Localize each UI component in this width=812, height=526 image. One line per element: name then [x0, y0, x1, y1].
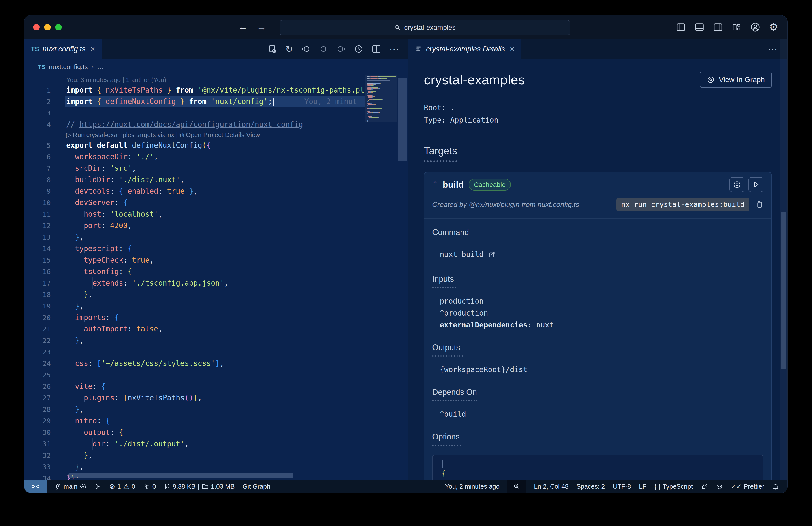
- run-target-button[interactable]: [749, 177, 764, 192]
- prettier-item[interactable]: ✓✓Prettier: [731, 483, 764, 490]
- build-target-card: ⌃ build Cacheable Created by @nx/nuxt/pl…: [424, 172, 772, 480]
- view-in-graph-button[interactable]: View In Graph: [700, 72, 772, 88]
- git-graph-item[interactable]: Git Graph: [243, 483, 271, 490]
- code-line[interactable]: 4// https://nuxt.com/docs/api/configurat…: [24, 119, 408, 130]
- code-line[interactable]: 23: [24, 346, 408, 358]
- code-line[interactable]: 27 plugins: [nxViteTsPaths()],: [24, 392, 408, 404]
- code-line[interactable]: 7 srcDir: 'src',: [24, 162, 408, 174]
- command-center-search[interactable]: crystal-examples: [279, 20, 570, 35]
- settings-gear-icon[interactable]: ⚙: [769, 22, 779, 32]
- code-line[interactable]: 25: [24, 369, 408, 381]
- code-line[interactable]: 32 },: [24, 450, 408, 461]
- editor-more-actions-icon[interactable]: ⋯: [389, 43, 399, 55]
- code-line[interactable]: 12 port: 4200,: [24, 220, 408, 231]
- close-tab-icon[interactable]: ×: [90, 44, 95, 54]
- file-size-item[interactable]: 9.88 KB | 1.03 MB: [164, 483, 235, 490]
- code-line[interactable]: 26 vite: {: [24, 381, 408, 392]
- panel-scrollbar-thumb[interactable]: [781, 212, 786, 369]
- code-line[interactable]: 13 },: [24, 231, 408, 243]
- account-icon[interactable]: [750, 22, 760, 32]
- history-back-button[interactable]: ←: [236, 20, 249, 33]
- zoom-status-item[interactable]: [508, 480, 526, 493]
- code-line[interactable]: 22 },: [24, 335, 408, 346]
- indentation-item[interactable]: Spaces: 2: [576, 483, 605, 490]
- breadcrumb-symbol[interactable]: …: [97, 63, 104, 71]
- code-line[interactable]: 18 },: [24, 289, 408, 300]
- code-line[interactable]: 30 output: {: [24, 427, 408, 438]
- blame-item[interactable]: You, 2 minutes ago: [437, 483, 499, 490]
- details-tabstrip: crystal-examples Details × ⋯: [408, 39, 787, 59]
- open-changes-icon[interactable]: [267, 44, 277, 54]
- code-line[interactable]: 1import { nxViteTsPaths } from '@nx/vite…: [24, 84, 408, 96]
- horizontal-scrollbar-thumb[interactable]: [68, 473, 293, 478]
- run-command-chip[interactable]: nx run crystal-examples:build: [616, 198, 749, 211]
- code-line[interactable]: 15 typeCheck: true,: [24, 254, 408, 266]
- code-line[interactable]: 14 typescript: {: [24, 243, 408, 254]
- split-editor-icon[interactable]: [372, 44, 381, 54]
- code-line[interactable]: 3: [24, 107, 408, 119]
- source-control-graph-item[interactable]: [95, 483, 101, 490]
- code-line[interactable]: 10 devServer: {: [24, 197, 408, 209]
- squirrel-extension-item[interactable]: [701, 483, 708, 490]
- tab-project-details[interactable]: crystal-examples Details ×: [408, 39, 521, 59]
- toggle-primary-sidebar-icon[interactable]: [676, 22, 686, 32]
- code-line[interactable]: 29 nitro: {: [24, 415, 408, 427]
- cursor-position-item[interactable]: Ln 2, Col 48: [534, 483, 568, 490]
- code-line[interactable]: 6 workspaceDir: './',: [24, 151, 408, 162]
- toggle-secondary-sidebar-icon[interactable]: [713, 22, 723, 32]
- code-line[interactable]: 33 },: [24, 461, 408, 472]
- view-target-button[interactable]: [729, 177, 744, 192]
- ports-item[interactable]: 0: [143, 483, 156, 490]
- tab-nuxt-config[interactable]: TS nuxt.config.ts ×: [24, 39, 102, 59]
- git-branch-item[interactable]: main: [55, 483, 87, 490]
- copy-icon[interactable]: [755, 200, 764, 209]
- vscode-window: ← → crystal-examples ⚙ TS: [24, 15, 787, 493]
- external-link-icon[interactable]: [488, 251, 496, 258]
- zoom-traffic-light[interactable]: [55, 24, 62, 30]
- collapse-chevron-icon[interactable]: ⌃: [432, 180, 438, 188]
- line-number: 25: [24, 369, 51, 381]
- navigate-forward-icon[interactable]: [336, 44, 346, 54]
- timeline-history-icon[interactable]: [354, 44, 364, 54]
- notifications-item[interactable]: [772, 483, 779, 490]
- input-item: production: [432, 295, 764, 307]
- refresh-icon[interactable]: ↻: [285, 44, 293, 55]
- code-line[interactable]: 16 tsConfig: {: [24, 266, 408, 278]
- code-line[interactable]: 19 },: [24, 300, 408, 312]
- nx-codelens[interactable]: ▷ Run crystal-examples targets via nx | …: [24, 130, 408, 140]
- code-line[interactable]: 8 buildDir: './dist/.nuxt',: [24, 174, 408, 185]
- minimize-traffic-light[interactable]: [44, 24, 51, 30]
- customize-layout-icon[interactable]: [731, 22, 742, 32]
- blame-codelens[interactable]: You, 3 minutes ago | 1 author (You): [24, 75, 408, 84]
- code-line[interactable]: 20 imports: {: [24, 312, 408, 323]
- code-line[interactable]: 17 extends: './tsconfig.app.json',: [24, 278, 408, 289]
- code-line[interactable]: 24 css: ['~/assets/css/styles.scss'],: [24, 358, 408, 369]
- code-line[interactable]: 9 devtools: { enabled: true },: [24, 185, 408, 197]
- code-line[interactable]: 21 autoImport: false,: [24, 323, 408, 335]
- copilot-item[interactable]: [716, 483, 723, 490]
- remote-indicator[interactable]: ><: [24, 480, 47, 493]
- encoding-item[interactable]: UTF-8: [613, 483, 631, 490]
- code-line[interactable]: 5export default defineNuxtConfig({: [24, 140, 408, 151]
- code-line[interactable]: 2import { defineNuxtConfig } from 'nuxt/…: [24, 96, 408, 107]
- minimap[interactable]: [365, 75, 397, 480]
- options-code-block[interactable]: { "cwd": "."}: [432, 455, 764, 480]
- navigate-back-icon[interactable]: [301, 44, 311, 54]
- language-mode-item[interactable]: { }TypeScript: [654, 483, 693, 490]
- vertical-scrollbar[interactable]: [397, 75, 408, 480]
- problems-item[interactable]: ⊗1 ⚠0: [109, 483, 135, 490]
- eye-icon: [707, 76, 715, 84]
- eol-item[interactable]: LF: [639, 483, 647, 490]
- close-traffic-light[interactable]: [33, 24, 40, 30]
- code-line[interactable]: 28 },: [24, 404, 408, 415]
- history-forward-button[interactable]: →: [255, 20, 268, 33]
- code-line[interactable]: 11 host: 'localhost',: [24, 209, 408, 220]
- vertical-scrollbar-thumb[interactable]: [398, 79, 407, 161]
- code-editor[interactable]: You, 3 minutes ago | 1 author (You) 1imp…: [24, 75, 408, 480]
- close-tab-icon[interactable]: ×: [510, 44, 514, 54]
- breadcrumb[interactable]: TS nuxt.config.ts › …: [24, 59, 408, 75]
- breadcrumb-file[interactable]: nuxt.config.ts: [49, 63, 88, 71]
- code-line[interactable]: 31 dir: './dist/.output',: [24, 438, 408, 450]
- toggle-panel-icon[interactable]: [694, 22, 705, 32]
- location-marker-icon[interactable]: [319, 44, 328, 54]
